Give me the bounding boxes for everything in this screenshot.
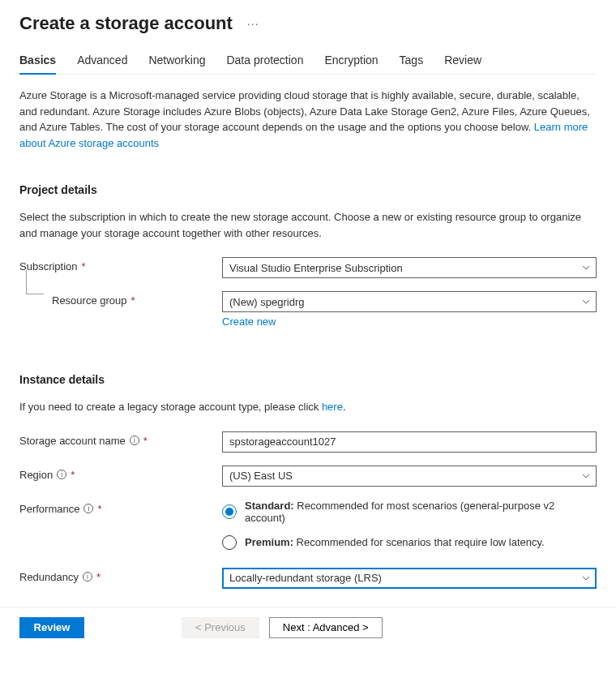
label-redundancy: Redundancy: [19, 571, 79, 583]
redundancy-select[interactable]: [222, 568, 597, 589]
row-region: Region i *: [19, 466, 597, 487]
section-instance-details-heading: Instance details: [19, 373, 597, 386]
required-marker: *: [82, 260, 86, 272]
row-performance: Performance i * Standard: Recommended fo…: [19, 500, 597, 550]
info-icon[interactable]: i: [57, 470, 66, 479]
previous-button: < Previous: [182, 617, 259, 638]
storage-account-name-input[interactable]: [222, 431, 597, 453]
hierarchy-line: [26, 270, 44, 294]
overflow-menu-icon[interactable]: ···: [247, 17, 259, 30]
footer-divider: [0, 607, 616, 607]
section-project-details-heading: Project details: [19, 183, 597, 196]
label-storage-name: Storage account name: [19, 435, 126, 447]
tab-data-protection[interactable]: Data protection: [226, 49, 303, 75]
tab-advanced[interactable]: Advanced: [77, 49, 127, 75]
intro-body: Azure Storage is a Microsoft-managed ser…: [19, 89, 590, 133]
footer-buttons: Review < Previous Next : Advanced >: [19, 617, 597, 638]
required-marker: *: [131, 294, 135, 307]
legacy-text-body: If you need to create a legacy storage a…: [19, 401, 322, 413]
review-button[interactable]: Review: [19, 617, 84, 638]
radio-premium-title: Premium:: [245, 536, 293, 548]
region-select[interactable]: [222, 466, 597, 487]
section-project-details-desc: Select the subscription in which to crea…: [19, 209, 597, 241]
intro-text: Azure Storage is a Microsoft-managed ser…: [19, 88, 597, 151]
tab-encryption[interactable]: Encryption: [324, 49, 378, 75]
tabs: Basics Advanced Networking Data protecti…: [19, 49, 597, 75]
info-icon[interactable]: i: [130, 436, 139, 445]
required-marker: *: [71, 469, 75, 481]
subscription-select[interactable]: [222, 257, 597, 278]
resource-group-select[interactable]: [222, 291, 597, 312]
tab-basics[interactable]: Basics: [19, 49, 56, 75]
row-storage-name: Storage account name i *: [19, 431, 597, 453]
tab-tags[interactable]: Tags: [400, 49, 424, 75]
radio-icon: [222, 535, 237, 550]
row-resource-group: Resource group * Create new: [19, 291, 597, 328]
radio-standard-title: Standard:: [245, 500, 294, 512]
radio-icon: [222, 504, 237, 519]
required-marker: *: [96, 571, 101, 583]
next-button[interactable]: Next : Advanced >: [269, 617, 383, 638]
radio-premium[interactable]: Premium: Recommended for scenarios that …: [222, 535, 597, 550]
row-subscription: Subscription *: [19, 257, 597, 278]
page-title: Create a storage account: [19, 13, 233, 34]
info-icon[interactable]: i: [83, 572, 92, 581]
label-performance: Performance: [19, 503, 79, 515]
tab-networking[interactable]: Networking: [148, 49, 205, 75]
legacy-link[interactable]: here: [322, 401, 343, 413]
label-region: Region: [19, 469, 53, 481]
row-redundancy: Redundancy i *: [19, 568, 597, 589]
radio-premium-desc: Recommended for scenarios that require l…: [293, 536, 545, 548]
info-icon[interactable]: i: [83, 504, 93, 513]
tab-review[interactable]: Review: [444, 49, 481, 75]
title-row: Create a storage account ···: [19, 13, 597, 34]
performance-radio-group: Standard: Recommended for most scenarios…: [222, 500, 597, 550]
create-new-link[interactable]: Create new: [222, 315, 276, 328]
required-marker: *: [97, 503, 101, 515]
radio-standard[interactable]: Standard: Recommended for most scenarios…: [222, 500, 597, 524]
legacy-text: If you need to create a legacy storage a…: [19, 399, 597, 415]
required-marker: *: [143, 435, 148, 447]
label-resource-group: Resource group: [52, 294, 127, 307]
